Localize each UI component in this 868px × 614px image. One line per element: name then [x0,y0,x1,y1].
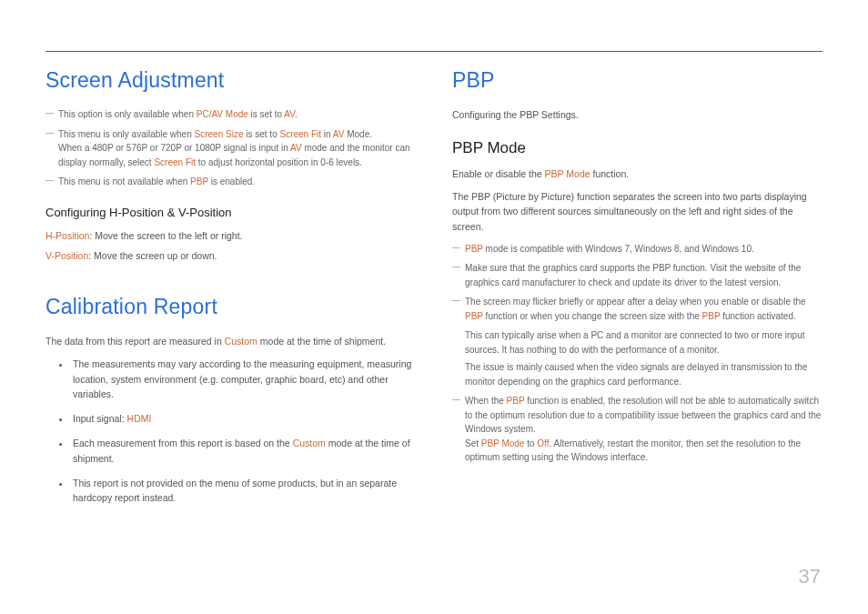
text: function activated. [720,311,795,321]
note-flicker: The screen may flicker briefly or appear… [452,295,823,323]
subheading-pbp-mode: PBP Mode [452,139,823,157]
note-pbp-compat: PBP mode is compatible with Windows 7, W… [452,242,823,257]
hl-v-position: V-Position [45,250,88,261]
text: . [295,109,298,119]
pbp-description: The PBP (Picture by Picture) function se… [452,189,823,235]
note-flicker-sub2: The issue is mainly caused when the vide… [452,360,823,388]
note-graphics-card: Make sure that the graphics card support… [452,261,823,289]
hl-custom: Custom [225,336,257,347]
heading-screen-adjustment: Screen Adjustment [45,68,416,93]
text: in [321,129,333,139]
hl-h-position: H-Position [45,230,89,241]
hl-pbp: PBP [465,311,483,321]
text: Each measurement from this report is bas… [73,438,293,448]
hl-pbp: PBP [465,244,483,254]
text: : Move the screen up or down. [88,250,217,261]
hl-pbp-mode: PBP Mode [545,168,590,179]
hl-pbp: PBP [507,396,525,406]
top-rule [45,51,823,52]
hl-off: Off [537,438,549,448]
calibration-intro: The data from this report are measured i… [45,334,416,349]
pbp-enable-text: Enable or disable the PBP Mode function. [452,166,823,182]
left-column: Screen Adjustment This option is only av… [45,68,416,515]
text: to [524,438,537,448]
text: Set [465,438,481,448]
text: The screen may flicker briefly or appear… [465,297,806,307]
hl-pbp: PBP [702,311,721,321]
text: function. [590,168,630,179]
pbp-intro: Configuring the PBP Settings. [452,107,823,123]
h-position-desc: H-Position: Move the screen to the left … [45,228,416,244]
text: When the [465,396,507,406]
note-pc-av-mode: This option is only available when PC/AV… [45,107,416,122]
text: mode is compatible with Windows 7, Windo… [483,244,754,254]
note-screen-size: This menu is only available when Screen … [45,127,416,170]
heading-pbp: PBP [452,68,823,93]
text: This menu is only available when [58,129,195,139]
hl-hdmi: HDMI [127,413,152,424]
hl-av: AV [333,129,345,139]
text: is set to [248,109,284,119]
v-position-desc: V-Position: Move the screen up or down. [45,248,416,264]
hl-custom: Custom [293,438,326,448]
text: : Move the screen to the left or right. [89,230,242,241]
hl-av: AV [284,109,295,119]
text: When a 480P or 576P or 720P or 1080P sig… [58,143,290,153]
list-item: The measurements may vary according to t… [71,357,416,402]
list-item: This report is not provided on the menu … [71,476,416,507]
heading-calibration-report: Calibration Report [45,295,416,319]
text: to adjust horizontal position in 0-6 lev… [196,157,362,167]
text: This option is only available when [58,109,197,119]
note-pbp-disabled: This menu is not available when PBP is e… [45,175,416,189]
subheading-h-v-position: Configuring H-Position & V-Position [45,206,416,219]
note-flicker-sub1: This can typically arise when a PC and a… [452,328,823,357]
text: Input signal: [73,413,127,424]
text: is enabled. [208,176,255,186]
text: Enable or disable the [452,168,545,179]
hl-screen-fit: Screen Fit [279,129,321,139]
calibration-bullets: The measurements may vary according to t… [45,357,416,506]
hl-pbp-mode: PBP Mode [481,438,525,448]
list-item: Each measurement from this report is bas… [71,436,416,467]
hl-screen-fit: Screen Fit [154,157,196,167]
list-item: Input signal: HDMI [71,411,416,427]
hl-av: AV [290,143,302,153]
text: This menu is not available when [58,176,190,186]
hl-pbp: PBP [190,176,208,186]
text: mode at the time of shipment. [257,336,386,347]
text: function or when you change the screen s… [483,311,702,321]
right-column: PBP Configuring the PBP Settings. PBP Mo… [452,68,823,515]
page-number: 37 [799,565,821,589]
two-column-layout: Screen Adjustment This option is only av… [45,68,823,515]
hl-pc-av-mode: PC/AV Mode [197,109,248,119]
note-resolution: When the PBP function is enabled, the re… [452,394,823,465]
text: Mode. [344,129,372,139]
hl-screen-size: Screen Size [195,129,244,139]
text: is set to [243,129,279,139]
text: The data from this report are measured i… [45,336,225,347]
